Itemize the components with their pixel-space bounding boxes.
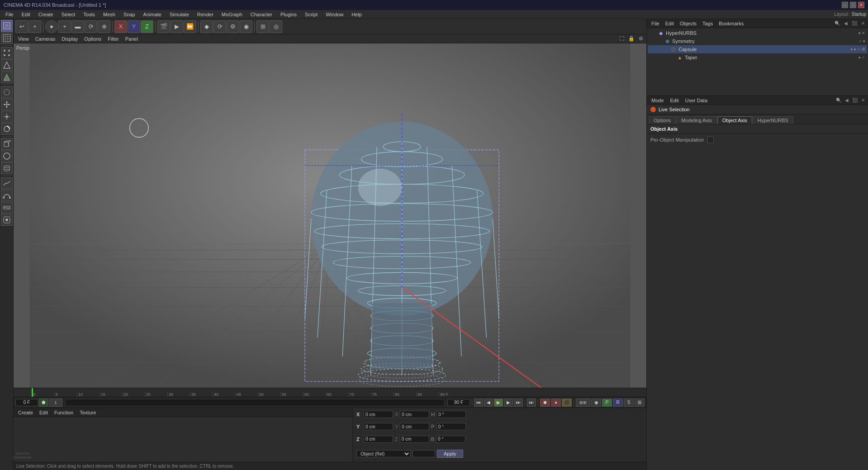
capsule-x[interactable]: ✕ — [857, 47, 861, 52]
mat-function-menu[interactable]: Function — [52, 409, 76, 416]
menu-edit[interactable]: Edit — [18, 11, 34, 18]
object-rotate-button[interactable]: ⟳ — [85, 20, 97, 33]
coord-p-val[interactable]: 0 ° — [436, 423, 466, 430]
mat-edit-menu[interactable]: Edit — [37, 409, 51, 416]
minimize-button[interactable]: ─ — [842, 2, 848, 8]
obj-close-icon[interactable]: ✕ — [860, 20, 866, 26]
render-view-button[interactable]: 🎬 — [157, 20, 170, 33]
lock-icon[interactable]: 🔒 — [627, 35, 636, 42]
menu-animate[interactable]: Animate — [140, 11, 165, 18]
obj-settings-icon[interactable]: ⬛ — [850, 20, 859, 26]
undo-button[interactable]: ↩ — [15, 20, 28, 33]
coord-y-pos[interactable]: 0 cm — [364, 423, 393, 430]
obj-symmetry[interactable]: ⊕ Symmetry ✓ ● — [648, 37, 867, 45]
play-button[interactable]: ▶ — [494, 399, 503, 407]
props-close-icon[interactable]: ✕ — [860, 97, 866, 103]
props-mode-menu[interactable]: Mode — [649, 97, 667, 104]
settings-icon[interactable]: ⚙ — [637, 35, 645, 42]
cameras-menu[interactable]: Cameras — [33, 35, 58, 43]
obj-tags-menu[interactable]: Tags — [700, 20, 716, 27]
timeline-button[interactable]: ≡ — [635, 399, 645, 407]
model-mode-button[interactable] — [1, 20, 13, 32]
apply-button[interactable]: Apply — [437, 450, 463, 458]
keyframe-all-button[interactable]: ⊞⊞ — [576, 399, 590, 407]
taper-check[interactable]: ✓ — [862, 55, 865, 60]
obj-taper[interactable]: ▲ Taper ● ✓ — [648, 53, 867, 62]
menu-select[interactable]: Select — [58, 11, 79, 18]
coord-x-pos[interactable]: 0 cm — [364, 411, 393, 418]
obj-file-menu[interactable]: File — [649, 20, 662, 27]
menu-file[interactable]: File — [2, 11, 17, 18]
keyframe-button[interactable]: ⬟ — [39, 399, 48, 407]
keyframe-pos-button[interactable]: P — [602, 399, 612, 407]
taper-vis-1[interactable]: ● — [859, 55, 861, 60]
coord-x-size[interactable]: 0 cm — [400, 411, 429, 418]
capsule-vis-3[interactable]: ⚙ — [862, 47, 865, 52]
object-move-button[interactable]: ⊕ — [98, 20, 110, 33]
x-axis-button[interactable]: X — [114, 20, 127, 33]
record-auto-button[interactable]: ● — [551, 399, 561, 407]
filter-menu[interactable]: Filter — [105, 35, 121, 43]
hypernurbs-vis-2[interactable]: ✕ — [862, 31, 865, 35]
props-edit-menu[interactable]: Edit — [668, 97, 682, 104]
obj-bookmarks-menu[interactable]: Bookmarks — [716, 20, 746, 27]
fullscreen-icon[interactable]: ⛶ — [618, 35, 626, 42]
props-settings-icon[interactable]: ⬛ — [851, 97, 859, 103]
coord-y-size[interactable]: 0 cm — [400, 423, 429, 430]
render-button[interactable]: ▶ — [171, 20, 183, 33]
coord-z-pos[interactable]: 0 cm — [364, 436, 393, 443]
y-axis-button[interactable]: Y — [128, 20, 140, 33]
display-menu[interactable]: Display — [59, 35, 81, 43]
generator-tool-button[interactable] — [1, 214, 13, 226]
record-pos-button[interactable]: ⬛ — [562, 399, 572, 407]
obj-capsule[interactable]: ⬡ Capsule ● ● ✕ ⚙ — [648, 45, 867, 53]
points-mode-button[interactable] — [1, 47, 13, 59]
primitives-button[interactable]: ◆ — [200, 20, 213, 33]
menu-simulate[interactable]: Simulate — [166, 11, 193, 18]
obj-expand-icon[interactable]: ◀ — [843, 20, 849, 26]
menu-window[interactable]: Window — [322, 11, 347, 18]
menu-mesh[interactable]: Mesh — [100, 11, 119, 18]
menu-render[interactable]: Render — [194, 11, 217, 18]
view-menu[interactable]: View — [15, 35, 32, 43]
obj-hypernurbs[interactable]: ◆ HyperNURBS ● ✕ — [648, 29, 867, 37]
prev-frame-button[interactable]: ◀ — [484, 399, 493, 407]
hypernurbs-vis-1[interactable]: ● — [859, 31, 861, 35]
cylinder-tool-button[interactable] — [1, 162, 13, 174]
current-frame-display[interactable]: 0 F — [15, 399, 38, 406]
tab-hypernurbs[interactable]: HyperNURBS — [753, 116, 793, 124]
coord-b-val[interactable]: 0 ° — [436, 436, 465, 443]
object-add-button[interactable]: + — [58, 20, 71, 33]
nurbs-tool-button[interactable] — [1, 190, 13, 201]
scale-tool-button[interactable] — [1, 111, 13, 123]
viewport[interactable]: Perspective — [14, 43, 646, 388]
deformer-tool-button[interactable] — [1, 202, 13, 214]
keyframe-sel-button[interactable]: ◉ — [591, 399, 601, 407]
coord-h-val[interactable]: 0 ° — [436, 411, 466, 418]
generator-button[interactable]: ⟳ — [213, 20, 226, 33]
texture-mode-button[interactable] — [1, 32, 13, 44]
sphere-tool-button[interactable] — [1, 150, 13, 162]
obj-search-icon[interactable]: 🔍 — [833, 20, 841, 26]
object-circle-button[interactable]: ● — [45, 20, 58, 33]
menu-plugins[interactable]: Plugins — [277, 11, 300, 18]
tab-object-axis[interactable]: Object Axis — [717, 116, 752, 124]
tab-modeling-axis[interactable]: Modeling Axis — [676, 116, 717, 124]
mirror-button[interactable]: ⊞ — [256, 20, 269, 33]
keyframe-scl-button[interactable]: S — [624, 399, 634, 407]
close-button[interactable]: ✕ — [858, 2, 864, 8]
coord-mode-select[interactable]: Object (Rel) — [356, 450, 411, 457]
maximize-button[interactable]: □ — [850, 2, 856, 8]
menu-snap[interactable]: Snap — [120, 11, 139, 18]
menu-help[interactable]: Help — [348, 11, 365, 18]
menu-create[interactable]: Create — [35, 11, 57, 18]
end-frame-display[interactable]: 90 F — [447, 399, 470, 406]
cube-tool-button[interactable] — [1, 138, 13, 150]
frame-display-2[interactable]: 1 — [49, 399, 62, 407]
deformer-button[interactable]: ⚙ — [227, 20, 239, 33]
capsule-vis-1[interactable]: ● — [850, 47, 853, 52]
menu-script[interactable]: Script — [301, 11, 321, 18]
live-selection-button[interactable] — [1, 86, 13, 98]
obj-edit-menu[interactable]: Edit — [663, 20, 677, 27]
props-expand-icon[interactable]: ◀ — [844, 97, 850, 103]
